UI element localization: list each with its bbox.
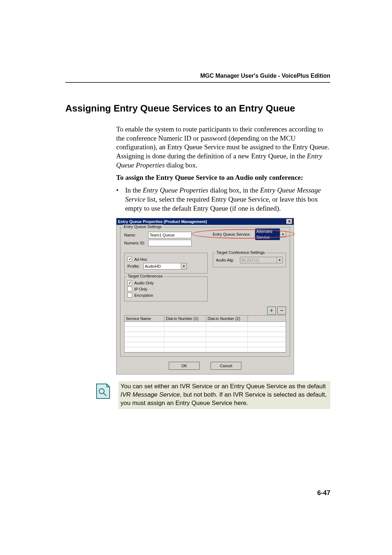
audio-alg-label: Audio Alg: [216,258,238,262]
audio-only-checkbox[interactable]: ✔ Audio Only [127,280,204,285]
chevron-down-icon[interactable]: ▼ [181,263,187,269]
grid-col-service: Service Name [124,316,164,321]
chevron-down-icon[interactable]: ▼ [277,257,282,263]
entry-queue-service-dropdown[interactable]: Attended Service ▼ [255,231,286,238]
note-pre: You can set either an IVR Service or an … [121,383,326,390]
service-grid[interactable]: Service Name Dial-in Number (1) Dial-in … [124,315,286,353]
cancel-button[interactable]: Cancel [211,362,241,370]
add-button[interactable]: + [267,307,276,315]
checkbox-icon [127,287,132,291]
name-label: Name: [124,233,146,237]
intro-paragraph: To enable the system to route participan… [116,125,330,170]
eqs-label: Entry Queue Service: [213,232,253,236]
adhoc-label: Ad Hoc [134,257,147,262]
tcs-legend: Target Conference Settings [215,250,266,255]
task-heading: To assign the Entry Queue Service to an … [116,173,330,182]
bullet-text: In the Entry Queue Properties dialog box… [125,186,330,213]
profile-value: AudioHD [144,263,181,269]
eqs-value: Attended Service [255,228,280,240]
page-header: MGC Manager User's Guide - VoicePlus Edi… [65,73,330,83]
bullet-item: • In the Entry Queue Properties dialog b… [116,186,330,213]
audio-alg-value: 56 (G711) [240,257,277,263]
grid-col-dial1: Dial-in Number (1) [164,316,206,321]
bullet-post: list, select the required Entry Queue Se… [125,195,318,212]
note-text: You can set either an IVR Service or an … [118,381,330,409]
bullet-mid1: dialog box, in the [208,186,260,194]
checkbox-icon: ✔ [127,257,132,262]
page-number: 6-47 [317,489,330,497]
name-field[interactable] [148,232,192,238]
intro-pre: To enable the system to route participan… [116,125,329,160]
settings-legend: Entry Queue Settings [123,224,163,229]
profile-label: Profile: [127,264,141,268]
grid-col-dial2: Dial-in Number (2) [206,316,248,321]
entry-queue-dialog: Entry Queue Properties (Product Manageme… [116,218,294,374]
ip-only-checkbox[interactable]: IP Only [127,287,204,291]
profile-dropdown[interactable]: AudioHD ▼ [143,263,187,270]
checkbox-icon [127,293,132,297]
bullet-em1: Entry Queue Properties [143,186,208,194]
section-title: Assigning Entry Queue Services to an Ent… [65,103,330,114]
dialog-titlebar: Entry Queue Properties (Product Manageme… [117,218,294,225]
tc-legend: Target Conferences [127,274,164,278]
numeric-id-label: Numeric ID: [124,241,146,245]
audio-alg-dropdown[interactable]: 56 (G711) ▼ [240,257,283,263]
encryption-checkbox[interactable]: Encryption [127,293,204,297]
checkbox-icon: ✔ [127,280,132,285]
dialog-title-text: Entry Queue Properties (Product Manageme… [118,219,207,224]
note-em: IVR Message Service [121,391,180,398]
encryption-label: Encryption [134,293,153,297]
bullet-marker: • [116,186,119,213]
numeric-id-field[interactable] [148,240,192,246]
bullet-pre: In the [125,186,143,194]
ok-button[interactable]: OK [169,362,200,370]
ip-only-label: IP Only [134,287,147,291]
grid-col-trail [248,316,286,321]
close-icon[interactable]: ✕ [286,219,292,224]
adhoc-checkbox[interactable]: ✔ Ad Hoc [127,257,204,262]
audio-only-label: Audio Only [134,281,154,285]
note-icon [94,381,112,401]
intro-post: dialog box. [165,161,197,169]
remove-button[interactable]: − [277,307,286,315]
chevron-down-icon[interactable]: ▼ [280,231,286,237]
